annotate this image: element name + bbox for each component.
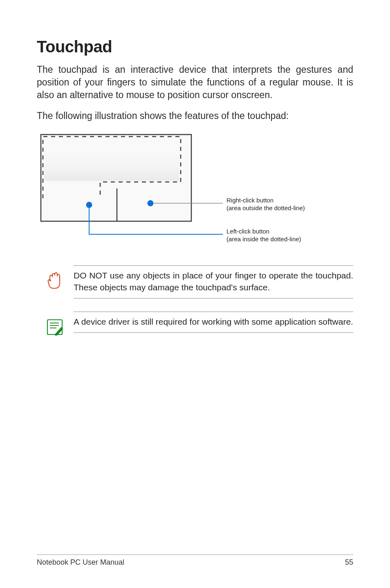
right-click-label: Right-click button — [226, 197, 273, 204]
right-click-sublabel: (area outside the dotted-line) — [226, 204, 305, 211]
footer-title: Notebook PC User Manual — [37, 558, 124, 567]
svg-rect-2 — [44, 138, 179, 181]
svg-point-3 — [86, 202, 92, 208]
page-footer: Notebook PC User Manual 55 — [37, 554, 353, 567]
info-note-text: A device driver is still required for wo… — [74, 316, 353, 328]
page-number: 55 — [345, 558, 353, 567]
svg-point-4 — [148, 200, 154, 206]
page-title: Touchpad — [37, 38, 353, 56]
warning-note-block: DO NOT use any objects in place of your … — [44, 265, 353, 298]
hand-icon — [44, 270, 65, 292]
left-click-label: Left-click button — [226, 228, 269, 235]
note-icon — [44, 316, 65, 338]
lead-sentence: The following illustration shows the fea… — [37, 110, 353, 122]
touchpad-diagram: Right-click button (area outside the dot… — [37, 130, 353, 249]
info-note-block: A device driver is still required for wo… — [44, 312, 353, 338]
warning-note-text: DO NOT use any objects in place of your … — [74, 270, 353, 293]
left-click-sublabel: (area inside the dotted-line) — [226, 236, 301, 242]
intro-paragraph: The touchpad is an interactive device th… — [37, 63, 353, 101]
